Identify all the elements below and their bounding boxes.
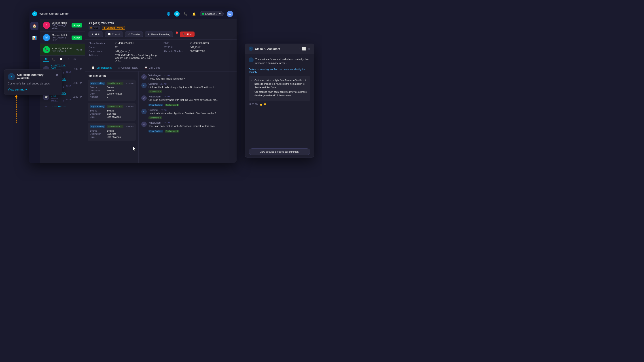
ai-summary-list: Customer booked a flight from Boston to … [251, 79, 308, 97]
webex-logo [32, 11, 37, 16]
webex-icon[interactable]: W [174, 11, 180, 16]
hold-icon: ⏸ [92, 33, 94, 36]
ivr-date-1: Date 29th of August [90, 116, 134, 118]
michael-queue: IVR_Queue_1 · 00:01 [52, 36, 70, 41]
detail-dnis: DNIS +1-800-900-8989 [164, 42, 233, 44]
status-info-icon: ℹ [216, 12, 217, 15]
transcript-msg-0: VA Virtual Agent 1:13 PM Hello, how may … [141, 74, 234, 80]
task-item-michael[interactable]: M Michael Littlefoot IVR_Queue_1 · 00:01… [40, 31, 85, 44]
msg-avatar-1: C [141, 83, 147, 88]
ivr-right-panel: VA Virtual Agent 1:13 PM Hello, how may … [139, 71, 236, 163]
ivr-number-0: Number 2 [90, 96, 134, 98]
active-call-info: +1 (412) 288-3782 IVR_Queue_1 [52, 47, 75, 52]
thumbs-down-icon[interactable]: 👎 [264, 103, 266, 106]
dnis-value: +1-800-900-8989 [190, 42, 209, 44]
ivr-dest-1: Destination San Jose [90, 113, 134, 115]
ai-title: Cisco AI Assistant [255, 47, 297, 50]
ivr-date-2: Date 29th of August [90, 136, 134, 138]
tab-all[interactable]: All [43, 57, 49, 62]
bell-icon[interactable]: 🔔 [191, 11, 196, 16]
phone-icon[interactable]: 📞 [183, 11, 188, 16]
transfer-button[interactable]: ↗ Transfer [125, 31, 143, 37]
ivr-source-2: Source Seattle [90, 130, 134, 132]
pause-recording-button[interactable]: ⏸ Pause Recording [145, 31, 173, 37]
msg-text-1: Hi, I want help in booking a flight from… [148, 86, 234, 89]
view-detailed-summary-button[interactable]: View detailed dropped call summary [249, 148, 310, 155]
consult-button[interactable]: 💬 Consult [105, 31, 123, 37]
hist-number-0[interactable]: +1 (500) 432-3498 [51, 64, 71, 69]
ivr-content: IVR Transcript Flight Booking Confidence… [85, 71, 236, 163]
msg-content-1: Customer 1:14 PM Hi, I want help in book… [148, 83, 234, 93]
call-status-row: 00:05 ⏸ On Hold – 00:01 [88, 26, 233, 30]
end-button[interactable]: 📞 End [180, 31, 195, 37]
hold-button[interactable]: ⏸ Hold [88, 31, 103, 37]
jessica-name: Jessica Marie [52, 21, 70, 24]
sentiment-3: Sentiment: 1 [148, 116, 162, 119]
transcript-msg-2: VA Virtual Agent 1:24 PM Ok, I can defin… [141, 95, 234, 107]
flight-card-0: Flight Booking Confidence: 0.6 1:13 PM S… [88, 79, 136, 101]
notif-icon [8, 73, 15, 80]
highlight-dot [15, 95, 18, 98]
detail-altnum: Alternate Number 00083472385 [164, 50, 233, 52]
sidebar-home-icon[interactable]: 🏠 [30, 22, 38, 30]
transcript-msg-3: C Customer 1:17 PM I want to book anothe… [141, 109, 234, 119]
thumbs-up-icon[interactable]: 👍 [260, 103, 262, 106]
status-label: Engaged [205, 12, 215, 15]
confidence-2: Confidence: 0.9 [107, 125, 124, 128]
ivr-time-2: 1:24 PM [126, 126, 134, 128]
tab-call-guide[interactable]: 📖 Call Guide [141, 64, 163, 71]
msg-text-4: Yes, I can book that as well. Any specia… [148, 124, 234, 128]
call-timer: 00:05 [92, 26, 98, 29]
ai-summary-item-1: Call dropped when agent confirmed they c… [254, 90, 308, 97]
ai-logo [249, 46, 253, 51]
history-tabs: All 📞 💬 ↗ ✉ [40, 56, 85, 62]
pause-rec-icon: ⏸ [148, 33, 150, 36]
flight-tag-2: Flight Booking [90, 125, 105, 128]
active-call-item[interactable]: 📞 +1 (412) 288-3782 IVR_Queue_1 00:08 [40, 44, 85, 56]
tab-share[interactable]: ↗ [65, 57, 71, 62]
ivr-date-0: Date 22nd of August [90, 92, 134, 95]
tab-contact-history[interactable]: ⏱ Contact History [115, 64, 141, 71]
active-call-number: +1 (412) 288-3782 [52, 47, 75, 50]
michael-name: Michael Littlefoot [52, 34, 70, 36]
tab-ivr-transcript[interactable]: 📋 IVR Transcript [88, 64, 115, 71]
tab-chat[interactable]: 💬 [58, 57, 64, 62]
notif-header: Call drop summary available ✕ [8, 73, 58, 80]
ai-close-button[interactable]: ✕ [308, 47, 310, 50]
notif-close-button[interactable]: ✕ [56, 73, 58, 77]
ivr-tab-icon: 📋 [92, 66, 95, 69]
detail-phone: Phone Number +1-408-555-0001 [88, 42, 158, 44]
hist-avatar-3: 👤 [43, 106, 49, 107]
nav-actions: 🌐 W 📞 🔔 Engaged ℹ ▼ SJ [166, 11, 233, 17]
confidence-0: Confidence: 0.6 [107, 82, 124, 85]
status-badge[interactable]: Engaged ℹ ▼ [200, 11, 224, 16]
phone-value: +1-408-555-0001 [115, 42, 134, 44]
tab-phone[interactable]: 📞 [50, 57, 57, 62]
hist-meta-2: Service group... · ⏱ 00:10 [51, 97, 71, 102]
call-details: Phone Number +1-408-555-0001 DNIS +1-800… [85, 39, 236, 64]
highlight-line [16, 96, 16, 123]
ivr-time-1: 1:24 PM [126, 105, 134, 108]
globe-icon[interactable]: 🌐 [166, 11, 171, 16]
view-summary-link[interactable]: View summary [8, 88, 27, 91]
task-item-jessica[interactable]: J Jessica Marie IVR_Queue_1 · 00:01 Acce… [40, 19, 85, 31]
ai-expand-button[interactable]: ⬜ [302, 47, 306, 50]
user-avatar[interactable]: SJ [227, 11, 233, 17]
ai-summary-item-0: Customer booked a flight from Boston to … [254, 79, 308, 89]
jessica-queue: IVR_Queue_1 · 00:01 [52, 24, 70, 29]
msg-content-4: Virtual Agent 1:24 PM Yes, I can book th… [148, 122, 234, 133]
jessica-accept-btn[interactable]: Accept [72, 23, 82, 27]
hist-time-1: 12:32 PM [72, 82, 82, 84]
flight-card-1: Flight Booking Confidence: 0.9 1:24 PM S… [88, 103, 136, 121]
ai-minimize-button[interactable]: − [298, 47, 300, 50]
ai-msg-icon [249, 57, 254, 62]
msg-text-3: I want to book another flight from Seatt… [148, 112, 234, 115]
michael-accept-btn[interactable]: Accept [72, 35, 82, 40]
app-title: Webex Contact Center [39, 12, 164, 15]
sidebar-chart-icon[interactable]: 📊 [30, 33, 38, 41]
msg-header-2: Virtual Agent 1:24 PM [148, 95, 234, 98]
flight-tag-0: Flight Booking [90, 82, 105, 85]
notification-popup: Call drop summary available ✕ Customer's… [4, 69, 62, 95]
tab-email[interactable]: ✉ [72, 57, 77, 62]
hist-name-3[interactable]: Jason Welsch [51, 106, 71, 107]
